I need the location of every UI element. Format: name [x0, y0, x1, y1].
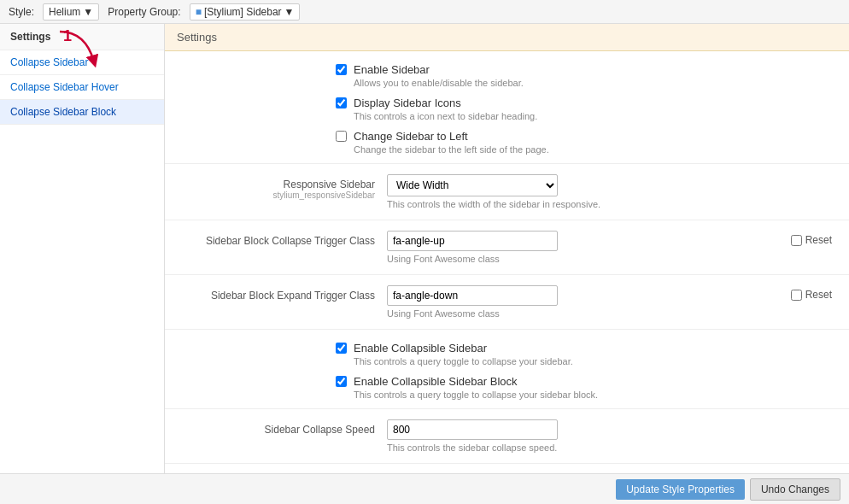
sidebar-item-collapse-sidebar[interactable]: Collapse Sidebar	[0, 50, 164, 75]
collapse-speed-control: This controls the sidebar collapse speed…	[387, 419, 832, 453]
expand-trigger-label-col: Sidebar Block Expand Trigger Class	[182, 285, 387, 302]
enable-sidebar-row: Enable Sidebar Allows you to enable/disa…	[336, 63, 832, 88]
expand-trigger-desc: Using Font Awesome class	[387, 308, 782, 319]
property-group-dropdown[interactable]: ■ [Stylium] Sidebar ▼	[190, 3, 301, 21]
property-group-icon: ■	[196, 6, 202, 18]
collapse-speed-desc: This controls the sidebar collapse speed…	[387, 442, 832, 453]
style-dropdown[interactable]: Helium ▼	[43, 3, 99, 21]
expand-trigger-input[interactable]	[387, 285, 558, 306]
enable-collapsible-block-row: Enable Collapsible Sidebar Block This co…	[336, 375, 832, 400]
enable-sidebar-checkbox[interactable]	[336, 64, 347, 75]
property-group-label: Property Group:	[108, 6, 180, 18]
display-sidebar-icons-row: Display Sidebar Icons This controls a ic…	[336, 97, 832, 121]
collapse-trigger-label: Sidebar Block Collapse Trigger Class	[182, 235, 375, 247]
change-sidebar-left-desc: Change the sidebar to the left side of t…	[354, 144, 549, 155]
display-sidebar-icons-label: Display Sidebar Icons	[354, 97, 537, 109]
content-area: Settings Enable Sidebar Allows you to en…	[165, 24, 849, 473]
property-group-value: [Stylium] Sidebar	[204, 6, 282, 18]
change-sidebar-left-row: Change Sidebar to Left Change the sideba…	[336, 130, 832, 155]
change-sidebar-left-checkbox[interactable]	[336, 131, 347, 142]
collapse-trigger-label-col: Sidebar Block Collapse Trigger Class	[182, 231, 387, 247]
style-label: Style:	[9, 6, 34, 18]
enable-collapsible-checkbox[interactable]	[336, 343, 347, 354]
expand-trigger-reset-col: Reset	[791, 285, 832, 301]
expand-trigger-label: Sidebar Block Expand Trigger Class	[182, 290, 375, 302]
enable-sidebar-label: Enable Sidebar	[354, 63, 524, 76]
enable-sidebar-desc: Allows you to enable/disable the sidebar…	[354, 78, 524, 88]
enable-collapsible-row: Enable Collapsible Sidebar This controls…	[336, 342, 832, 366]
undo-changes-button[interactable]: Undo Changes	[750, 478, 840, 501]
expand-trigger-control: Using Font Awesome class	[387, 285, 782, 319]
responsive-sidebar-label: Responsive Sidebar	[182, 179, 375, 190]
collapse-speed-label: Sidebar Collapse Speed	[182, 424, 375, 436]
bottom-bar: Update Style Properties Undo Changes	[0, 473, 849, 504]
enable-collapsible-block-checkbox[interactable]	[336, 376, 347, 387]
collapse-trigger-input[interactable]	[387, 231, 558, 251]
collapse-trigger-control: Using Font Awesome class	[387, 231, 782, 264]
responsive-sidebar-desc: This controls the width of the sidebar i…	[387, 199, 832, 209]
expand-trigger-reset-checkbox[interactable]	[791, 290, 802, 301]
update-style-properties-button[interactable]: Update Style Properties	[616, 479, 745, 500]
collapse-trigger-reset-col: Reset	[791, 231, 832, 246]
expand-trigger-reset-label: Reset	[805, 289, 832, 301]
collapse-trigger-reset-checkbox[interactable]	[791, 235, 802, 246]
enable-collapsible-label: Enable Collapsible Sidebar	[354, 342, 573, 355]
top-bar: Style: Helium ▼ Property Group: ■ [Styli…	[0, 0, 849, 24]
enable-collapsible-desc: This controls a query toggle to collapse…	[354, 356, 573, 366]
display-sidebar-icons-desc: This controls a icon next to sidebar hea…	[354, 111, 537, 121]
responsive-sidebar-sublabel: stylium_responsiveSidebar	[182, 190, 375, 200]
change-sidebar-left-label: Change Sidebar to Left	[354, 130, 549, 143]
main-container: Settings Collapse Sidebar Collapse Sideb…	[0, 24, 849, 473]
responsive-sidebar-dropdown[interactable]: Wide Width Full Width Narrow Width	[387, 174, 558, 196]
property-group-dropdown-arrow: ▼	[284, 6, 295, 18]
collapse-trigger-reset-label: Reset	[805, 234, 832, 246]
content-header: Settings	[165, 24, 849, 51]
collapse-trigger-desc: Using Font Awesome class	[387, 254, 782, 264]
sidebar-item-collapse-sidebar-block[interactable]: Collapse Sidebar Block	[0, 100, 164, 125]
responsive-sidebar-control: Wide Width Full Width Narrow Width This …	[387, 174, 832, 209]
responsive-sidebar-label-col: Responsive Sidebar stylium_responsiveSid…	[182, 174, 387, 200]
enable-collapsible-block-label: Enable Collapsible Sidebar Block	[354, 375, 598, 388]
collapse-speed-input[interactable]	[387, 419, 558, 440]
collapse-speed-label-col: Sidebar Collapse Speed	[182, 419, 387, 436]
sidebar-item-collapse-sidebar-hover[interactable]: Collapse Sidebar Hover	[0, 75, 164, 100]
sidebar-title: Settings	[0, 24, 164, 50]
style-value: Helium	[49, 6, 80, 18]
enable-collapsible-block-desc: This controls a query toggle to collapse…	[354, 390, 598, 400]
display-sidebar-icons-checkbox[interactable]	[336, 97, 347, 108]
style-dropdown-arrow: ▼	[83, 6, 93, 18]
sidebar-nav: Settings Collapse Sidebar Collapse Sideb…	[0, 24, 165, 473]
